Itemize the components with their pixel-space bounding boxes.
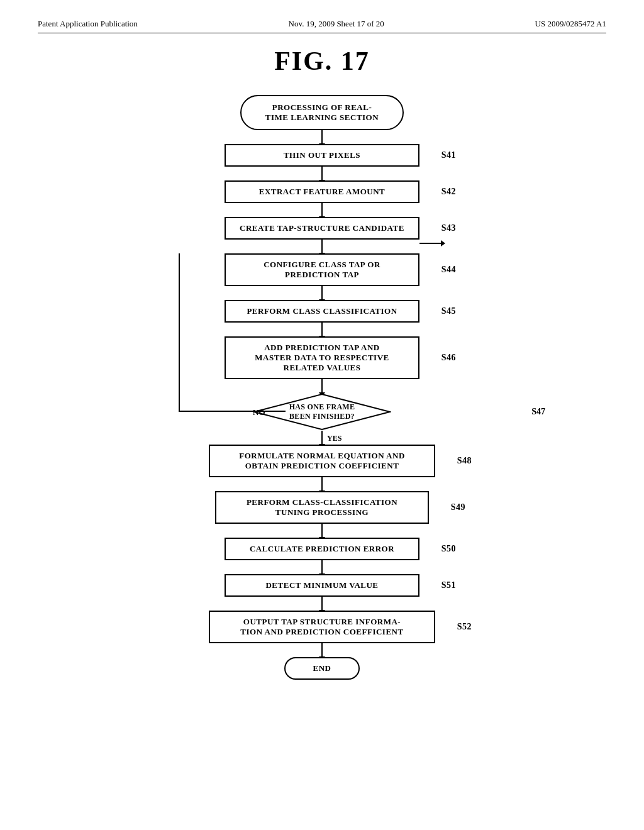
step-s49-id: S49 bbox=[451, 502, 465, 512]
step-s50-label: CALCULATE PREDICTION ERROR bbox=[250, 544, 394, 553]
flowchart: PROCESSING OF REAL-TIME LEARNING SECTION… bbox=[133, 95, 511, 680]
step-s51-label: DETECT MINIMUM VALUE bbox=[265, 580, 378, 590]
step-s44-box: CONFIGURE CLASS TAP ORPREDICTION TAP S44 bbox=[225, 253, 419, 286]
arrow-8 bbox=[321, 477, 323, 491]
arrow-12 bbox=[321, 643, 323, 657]
loop-section: CONFIGURE CLASS TAP ORPREDICTION TAP S44… bbox=[133, 253, 511, 431]
step-s47-row: HAS ONE FRAMEBEEN FINISHED? S47 NO YES bbox=[133, 393, 511, 431]
step-s51-id: S51 bbox=[441, 580, 456, 590]
step-s52-row: OUTPUT TAP STRUCTURE INFORMA-TION AND PR… bbox=[133, 611, 511, 643]
step-s42-row: EXTRACT FEATURE AMOUNT S42 bbox=[133, 180, 511, 203]
step-s52-label: OUTPUT TAP STRUCTURE INFORMA-TION AND PR… bbox=[240, 617, 403, 636]
step-s50-id: S50 bbox=[441, 544, 456, 554]
start-node: PROCESSING OF REAL-TIME LEARNING SECTION bbox=[133, 95, 511, 130]
step-s41-box: THIN OUT PIXELS S41 bbox=[225, 144, 419, 167]
end-label: END bbox=[313, 663, 331, 673]
step-s48-id: S48 bbox=[457, 456, 472, 466]
step-s52-box: OUTPUT TAP STRUCTURE INFORMA-TION AND PR… bbox=[209, 611, 435, 643]
step-s46-id: S46 bbox=[441, 353, 456, 363]
step-s49-label: PERFORM CLASS-CLASSIFICATIONTUNING PROCE… bbox=[247, 497, 397, 517]
header-left: Patent Application Publication bbox=[38, 19, 138, 29]
step-s48-row: FORMULATE NORMAL EQUATION ANDOBTAIN PRED… bbox=[133, 445, 511, 477]
arrow-2 bbox=[321, 203, 323, 217]
step-s43-box: CREATE TAP-STRUCTURE CANDIDATE S43 bbox=[225, 217, 419, 240]
step-s45-id: S45 bbox=[441, 306, 456, 316]
figure-title: FIG. 17 bbox=[38, 46, 606, 76]
no-label: NO bbox=[253, 407, 265, 417]
step-s51-box: DETECT MINIMUM VALUE S51 bbox=[225, 574, 419, 597]
step-s52-id: S52 bbox=[457, 622, 472, 632]
arrow-6 bbox=[321, 379, 323, 393]
step-s51-row: DETECT MINIMUM VALUE S51 bbox=[133, 574, 511, 597]
step-s44-row: CONFIGURE CLASS TAP ORPREDICTION TAP S44 bbox=[133, 253, 511, 286]
page-header: Patent Application Publication Nov. 19, … bbox=[38, 19, 606, 33]
step-s41-id: S41 bbox=[441, 150, 456, 160]
step-s50-row: CALCULATE PREDICTION ERROR S50 bbox=[133, 538, 511, 560]
step-s43-row: CREATE TAP-STRUCTURE CANDIDATE S43 bbox=[133, 217, 511, 240]
arrow-5 bbox=[321, 323, 323, 336]
step-s42-box: EXTRACT FEATURE AMOUNT S42 bbox=[225, 180, 419, 203]
arrow-1 bbox=[321, 167, 323, 180]
header-center: Nov. 19, 2009 Sheet 17 of 20 bbox=[289, 19, 384, 29]
step-s42-label: EXTRACT FEATURE AMOUNT bbox=[259, 187, 385, 196]
header-right: US 2009/0285472 A1 bbox=[535, 19, 606, 29]
step-s46-box: ADD PREDICTION TAP ANDMASTER DATA TO RES… bbox=[225, 336, 419, 379]
no-horiz-line bbox=[179, 411, 286, 412]
yes-label: YES bbox=[327, 434, 341, 443]
step-s50-box: CALCULATE PREDICTION ERROR S50 bbox=[225, 538, 419, 560]
end-node: END bbox=[133, 657, 511, 680]
patent-page: Patent Application Publication Nov. 19, … bbox=[0, 0, 644, 830]
start-label: PROCESSING OF REAL-TIME LEARNING SECTION bbox=[265, 102, 379, 122]
arrow-11 bbox=[321, 597, 323, 611]
step-s43-id: S43 bbox=[441, 223, 456, 233]
step-s49-box: PERFORM CLASS-CLASSIFICATIONTUNING PROCE… bbox=[215, 491, 429, 524]
arrow-0 bbox=[321, 130, 323, 144]
step-s47-label: HAS ONE FRAMEBEEN FINISHED? bbox=[289, 402, 355, 421]
step-s45-label: PERFORM CLASS CLASSIFICATION bbox=[247, 306, 397, 316]
no-arrow: NO bbox=[253, 406, 268, 418]
start-box: PROCESSING OF REAL-TIME LEARNING SECTION bbox=[240, 95, 404, 130]
arrow-9 bbox=[321, 524, 323, 538]
arrow-3 bbox=[321, 240, 323, 253]
step-s44-id: S44 bbox=[441, 265, 456, 275]
arrow-10 bbox=[321, 560, 323, 574]
step-s47-diamond: HAS ONE FRAMEBEEN FINISHED? bbox=[253, 393, 391, 431]
arrow-4 bbox=[321, 286, 323, 300]
step-s41-row: THIN OUT PIXELS S41 bbox=[133, 144, 511, 167]
step-s46-label: ADD PREDICTION TAP ANDMASTER DATA TO RES… bbox=[255, 343, 389, 372]
step-s49-row: PERFORM CLASS-CLASSIFICATIONTUNING PROCE… bbox=[133, 491, 511, 524]
step-s48-label: FORMULATE NORMAL EQUATION ANDOBTAIN PRED… bbox=[239, 451, 405, 470]
step-s43-label: CREATE TAP-STRUCTURE CANDIDATE bbox=[240, 223, 404, 233]
loop-top-right bbox=[419, 243, 445, 244]
step-s48-box: FORMULATE NORMAL EQUATION ANDOBTAIN PRED… bbox=[209, 445, 435, 477]
step-s41-label: THIN OUT PIXELS bbox=[284, 150, 360, 160]
arrow-7 bbox=[321, 431, 323, 445]
step-s44-label: CONFIGURE CLASS TAP ORPREDICTION TAP bbox=[264, 260, 380, 279]
step-s45-row: PERFORM CLASS CLASSIFICATION S45 bbox=[133, 300, 511, 323]
step-s47-id: S47 bbox=[531, 407, 545, 417]
step-s42-id: S42 bbox=[441, 187, 456, 197]
end-box: END bbox=[284, 657, 360, 680]
step-s46-row: ADD PREDICTION TAP ANDMASTER DATA TO RES… bbox=[133, 336, 511, 379]
step-s45-box: PERFORM CLASS CLASSIFICATION S45 bbox=[225, 300, 419, 323]
